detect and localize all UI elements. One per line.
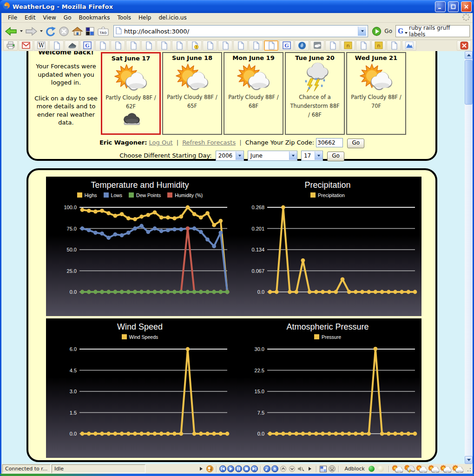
scrollbar-thumb[interactable] bbox=[465, 60, 473, 105]
tag-extension-icon[interactable]: TAG bbox=[96, 26, 110, 37]
pause-icon[interactable] bbox=[235, 465, 242, 472]
month-select[interactable]: June bbox=[248, 151, 297, 161]
bookmark-google-icon[interactable]: G bbox=[80, 40, 94, 51]
bookmark-page-icon[interactable] bbox=[49, 40, 64, 51]
bookmark-note-n-icon[interactable]: n bbox=[341, 40, 355, 51]
bookmark-page-icon[interactable] bbox=[126, 40, 140, 51]
forecast-partly-cloudy-icon[interactable] bbox=[392, 465, 403, 473]
search-engine-dropdown-icon[interactable] bbox=[405, 32, 408, 34]
bookmark-page-icon[interactable] bbox=[172, 40, 186, 51]
bookmark-cloud-icon[interactable] bbox=[310, 40, 324, 51]
zip-go-button[interactable]: Go bbox=[347, 139, 364, 148]
prev-icon[interactable] bbox=[219, 465, 226, 472]
forecast-thunderstorm-icon[interactable] bbox=[404, 465, 415, 473]
bookmark-mountain-icon[interactable] bbox=[402, 40, 416, 51]
refresh-forecasts-link[interactable]: Refresh Forecasts bbox=[182, 139, 236, 146]
maximize-button[interactable] bbox=[448, 1, 459, 12]
bookmark-page-icon[interactable] bbox=[387, 40, 401, 51]
day-select[interactable]: 17 bbox=[301, 151, 323, 161]
bookmark-page-alert-icon[interactable] bbox=[187, 40, 202, 51]
menu-item-go[interactable]: Go bbox=[60, 13, 75, 22]
resize-grip[interactable] bbox=[466, 466, 471, 472]
stop-icon[interactable] bbox=[243, 465, 250, 472]
scroll-down-button[interactable] bbox=[465, 456, 473, 464]
back-button[interactable] bbox=[4, 26, 18, 37]
zip-input[interactable] bbox=[316, 138, 343, 147]
forecast-card-tue-june-20[interactable]: Tue June 20Chance of a Thunderstorm 88F … bbox=[285, 52, 345, 135]
forward-button[interactable] bbox=[24, 26, 38, 37]
bookmark-page-icon[interactable] bbox=[356, 40, 370, 51]
bookmark-hat-icon[interactable] bbox=[65, 40, 79, 51]
partly-cloudy-icon bbox=[224, 62, 283, 93]
bookmark-note-n-icon[interactable]: n bbox=[371, 40, 386, 51]
menu-item-file[interactable]: File bbox=[4, 13, 21, 22]
search-query[interactable]: ruby rails gruff labels bbox=[409, 25, 467, 38]
bookmarks-close-icon[interactable] bbox=[457, 40, 471, 51]
url-bar[interactable]: http://localhost:3000/ bbox=[113, 25, 368, 37]
forecast-partly-cloudy-icon[interactable] bbox=[440, 465, 451, 473]
quadrant-extension-icon[interactable] bbox=[85, 26, 95, 36]
forecast-partly-cloudy-icon[interactable] bbox=[428, 465, 439, 473]
back-dropdown-icon[interactable] bbox=[20, 30, 23, 32]
bookmark-google-icon[interactable]: G bbox=[279, 40, 294, 51]
search-bar[interactable]: G ruby rails gruff labels bbox=[395, 25, 470, 37]
adblock-whitelist-icon[interactable] bbox=[378, 466, 384, 472]
menu-item-bookmarks[interactable]: Bookmarks bbox=[75, 13, 113, 22]
stop-button[interactable] bbox=[58, 26, 70, 37]
forecast-partly-cloudy-icon[interactable] bbox=[452, 465, 463, 473]
year-select[interactable]: 2006 bbox=[216, 151, 244, 161]
sad-face-icon[interactable] bbox=[328, 465, 336, 473]
bookmark-page-icon[interactable] bbox=[157, 40, 171, 51]
menu-item-tools[interactable]: Tools bbox=[114, 13, 135, 22]
bookmark-page-icon[interactable] bbox=[111, 40, 125, 51]
expand-arrow-icon[interactable] bbox=[306, 465, 314, 473]
eject-icon[interactable] bbox=[271, 465, 278, 472]
minimize-button[interactable] bbox=[435, 1, 446, 12]
chevron-down-icon[interactable] bbox=[288, 465, 296, 473]
menu-item-view[interactable]: View bbox=[39, 13, 59, 22]
menu-item-help[interactable]: Help bbox=[135, 13, 155, 22]
bookmark-page-icon[interactable] bbox=[95, 40, 110, 51]
bookmark-page-icon[interactable] bbox=[141, 40, 156, 51]
chevron-up-icon[interactable] bbox=[279, 465, 287, 473]
bookmark-page-icon[interactable] bbox=[249, 40, 263, 51]
forecast-card-sat-june-17[interactable]: Sat June 17Partly Cloudy 88F / 62F bbox=[101, 52, 161, 135]
adblock-label[interactable]: Adblock bbox=[344, 466, 365, 472]
url-text[interactable]: http://localhost:3000/ bbox=[124, 28, 189, 35]
forecast-partly-cloudy-icon[interactable] bbox=[416, 465, 427, 473]
chart-legend: Precipitation bbox=[234, 192, 421, 200]
bookmark-page-active-icon[interactable] bbox=[264, 40, 278, 51]
adblock-status-icon[interactable] bbox=[369, 466, 375, 472]
bookmark-wikipedia-icon[interactable]: W bbox=[34, 40, 48, 51]
close-button[interactable] bbox=[461, 1, 472, 12]
menu-item-edit[interactable]: Edit bbox=[21, 13, 39, 22]
reload-button[interactable] bbox=[44, 26, 57, 37]
forecast-card-sun-june-18[interactable]: Sun June 18Partly Cloudy 88F / 65F bbox=[162, 52, 222, 135]
start-day-go-button[interactable]: Go bbox=[327, 152, 344, 161]
play-icon[interactable] bbox=[227, 465, 234, 472]
go-button[interactable] bbox=[371, 26, 382, 37]
bookmark-gmail-icon[interactable] bbox=[19, 40, 33, 51]
bookmark-page-icon[interactable] bbox=[218, 40, 232, 51]
next-icon[interactable] bbox=[251, 465, 258, 472]
speaker-icon[interactable] bbox=[297, 465, 305, 473]
expand-arrow-icon[interactable] bbox=[197, 465, 205, 473]
home-button[interactable] bbox=[71, 26, 84, 37]
forecast-card-mon-june-19[interactable]: Mon June 19Partly Cloudy 88F / 68F bbox=[224, 52, 283, 135]
menu-item-delicious[interactable]: del.icio.us bbox=[155, 13, 190, 22]
note-icon[interactable] bbox=[263, 465, 270, 472]
music-user-icon[interactable] bbox=[206, 465, 214, 473]
bookmark-page-icon[interactable] bbox=[325, 40, 340, 51]
grid-icon[interactable] bbox=[319, 465, 327, 473]
logout-link[interactable]: Log Out bbox=[149, 139, 173, 146]
go-label[interactable]: Go bbox=[384, 28, 392, 34]
forecast-card-wed-june-21[interactable]: Wed June 21Partly Cloudy 88F / 70F bbox=[346, 52, 406, 135]
bookmark-page-icon[interactable] bbox=[233, 40, 248, 51]
bookmark-drupal-icon[interactable] bbox=[295, 40, 309, 51]
bookmark-printer-icon[interactable] bbox=[3, 40, 18, 51]
scroll-up-button[interactable] bbox=[465, 51, 473, 59]
bookmark-page-icon[interactable] bbox=[203, 40, 217, 51]
forward-dropdown-icon[interactable] bbox=[40, 30, 43, 32]
vertical-scrollbar[interactable] bbox=[465, 51, 473, 464]
url-dropdown-button[interactable] bbox=[358, 26, 366, 36]
